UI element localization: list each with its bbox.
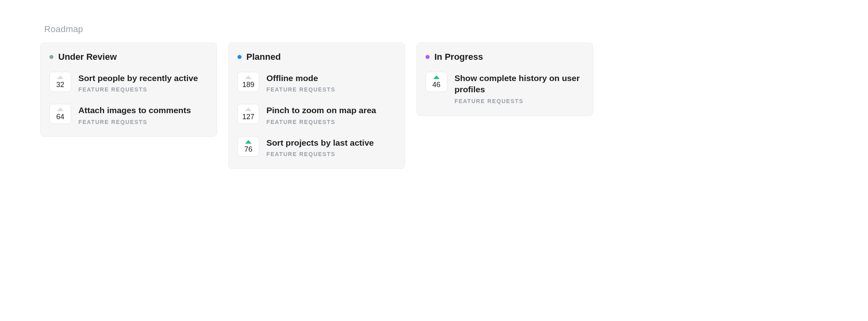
column-header: Planned	[237, 52, 396, 62]
card-body: Attach images to comments FEATURE REQUES…	[78, 104, 191, 125]
vote-count: 76	[244, 145, 252, 154]
roadmap-board: Under Review 32 Sort people by recently …	[40, 43, 828, 169]
upvote-arrow-icon	[245, 108, 252, 111]
card-tag: FEATURE REQUESTS	[454, 98, 584, 104]
status-dot-icon	[426, 55, 430, 59]
card-body: Pinch to zoom on map area FEATURE REQUES…	[266, 104, 376, 125]
card-title: Offline mode	[266, 73, 336, 84]
card-title: Sort projects by last active	[266, 137, 374, 148]
card-tag: FEATURE REQUESTS	[266, 86, 336, 93]
card-body: Sort people by recently active FEATURE R…	[78, 72, 198, 93]
roadmap-card[interactable]: 64 Attach images to comments FEATURE REQ…	[49, 104, 208, 125]
vote-count: 127	[242, 113, 254, 121]
card-body: Sort projects by last active FEATURE REQ…	[266, 136, 374, 157]
card-tag: FEATURE REQUESTS	[78, 86, 198, 93]
card-tag: FEATURE REQUESTS	[266, 119, 376, 125]
upvote-button[interactable]: 32	[49, 72, 71, 92]
upvote-button[interactable]: 76	[237, 136, 259, 156]
upvote-button[interactable]: 127	[237, 104, 259, 124]
upvote-button[interactable]: 46	[426, 72, 447, 92]
card-body: Show complete history on user profiles F…	[454, 72, 584, 104]
status-dot-icon	[49, 55, 53, 59]
vote-count: 46	[432, 81, 440, 89]
upvote-arrow-icon	[57, 108, 63, 111]
roadmap-card[interactable]: 127 Pinch to zoom on map area FEATURE RE…	[237, 104, 396, 125]
column-in-progress: In Progress 46 Show complete history on …	[416, 43, 593, 116]
vote-count: 32	[56, 81, 64, 89]
upvote-button[interactable]: 64	[49, 104, 71, 124]
roadmap-card[interactable]: 76 Sort projects by last active FEATURE …	[237, 136, 396, 157]
column-title: Planned	[246, 52, 281, 62]
card-body: Offline mode FEATURE REQUESTS	[266, 72, 336, 93]
card-title: Pinch to zoom on map area	[266, 105, 376, 116]
upvote-button[interactable]: 189	[237, 72, 259, 92]
vote-count: 189	[242, 81, 254, 89]
column-header: In Progress	[426, 52, 584, 62]
column-under-review: Under Review 32 Sort people by recently …	[40, 43, 217, 137]
page-title: Roadmap	[44, 24, 828, 35]
upvote-arrow-icon	[433, 75, 440, 79]
column-planned: Planned 189 Offline mode FEATURE REQUEST…	[228, 43, 405, 169]
column-title: Under Review	[58, 52, 117, 62]
upvote-arrow-icon	[57, 75, 63, 79]
status-dot-icon	[237, 55, 242, 59]
card-title: Attach images to comments	[78, 105, 191, 116]
vote-count: 64	[56, 113, 64, 121]
card-tag: FEATURE REQUESTS	[266, 151, 374, 157]
column-title: In Progress	[434, 52, 483, 62]
roadmap-card[interactable]: 32 Sort people by recently active FEATUR…	[49, 72, 208, 93]
card-tag: FEATURE REQUESTS	[78, 119, 191, 125]
upvote-arrow-icon	[245, 140, 252, 144]
card-title: Show complete history on user profiles	[454, 73, 584, 95]
column-header: Under Review	[49, 52, 208, 62]
card-title: Sort people by recently active	[78, 73, 198, 84]
roadmap-card[interactable]: 189 Offline mode FEATURE REQUESTS	[237, 72, 396, 93]
upvote-arrow-icon	[245, 75, 252, 79]
roadmap-card[interactable]: 46 Show complete history on user profile…	[426, 72, 584, 104]
